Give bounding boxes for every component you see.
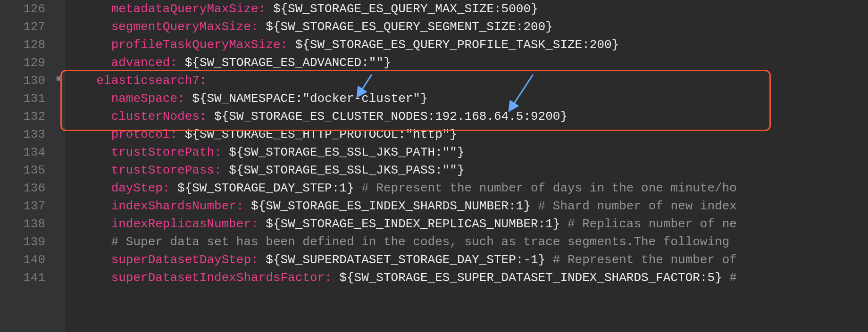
code-line[interactable]: nameSpace: ${SW_NAMESPACE:"docker-cluste… bbox=[67, 90, 868, 108]
yaml-value: ${SW_STORAGE_ES_INDEX_SHARDS_NUMBER:1} bbox=[251, 199, 531, 213]
yaml-key: trustStorePath bbox=[111, 145, 214, 159]
code-editor[interactable]: 126 127 128 129 130 131 132 133 134 135 … bbox=[0, 0, 868, 332]
yaml-key: advanced bbox=[111, 56, 170, 70]
yaml-value: ${SW_STORAGE_DAY_STEP:1} bbox=[177, 181, 354, 195]
yaml-value: ${SW_STORAGE_ES_SUPER_DATASET_INDEX_SHAR… bbox=[339, 271, 722, 285]
code-line[interactable]: indexReplicasNumber: ${SW_STORAGE_ES_IND… bbox=[67, 215, 868, 233]
code-line[interactable]: advanced: ${SW_STORAGE_ES_ADVANCED:""} bbox=[67, 54, 868, 72]
yaml-key: metadataQueryMaxSize bbox=[111, 2, 259, 16]
line-number: 137 bbox=[0, 197, 46, 215]
code-line[interactable]: superDatasetIndexShardsFactor: ${SW_STOR… bbox=[67, 269, 868, 287]
fold-toggle-icon[interactable]: ▣ bbox=[55, 75, 62, 82]
code-line[interactable]: indexShardsNumber: ${SW_STORAGE_ES_INDEX… bbox=[67, 197, 868, 215]
line-number: 139 bbox=[0, 233, 46, 251]
yaml-key: segmentQueryMaxSize bbox=[111, 20, 251, 34]
yaml-value: ${SW_STORAGE_ES_ADVANCED:""} bbox=[185, 56, 391, 70]
line-number: 131 bbox=[0, 90, 46, 108]
yaml-comment: # Represent the number of bbox=[545, 253, 737, 267]
code-line[interactable]: protocol: ${SW_STORAGE_ES_HTTP_PROTOCOL:… bbox=[67, 125, 868, 143]
code-line[interactable]: profileTaskQueryMaxSize: ${SW_STORAGE_ES… bbox=[67, 36, 868, 54]
yaml-value: ${SW_NAMESPACE:"docker-cluster"} bbox=[192, 91, 427, 106]
yaml-comment: # Super data set has been defined in the… bbox=[111, 235, 737, 249]
code-line[interactable]: elasticsearch7: bbox=[67, 72, 868, 90]
line-number: 132 bbox=[0, 108, 46, 125]
yaml-value: ${SW_STORAGE_ES_QUERY_PROFILE_TASK_SIZE:… bbox=[295, 38, 619, 52]
yaml-key: elasticsearch7 bbox=[96, 74, 199, 88]
yaml-value: ${SW_STORAGE_ES_QUERY_MAX_SIZE:5000} bbox=[273, 2, 538, 16]
yaml-comment: # Represent the number of days in the on… bbox=[354, 181, 737, 195]
yaml-key: superDatasetIndexShardsFactor bbox=[111, 271, 325, 285]
yaml-comment: # Replicas number of ne bbox=[560, 217, 736, 231]
code-line[interactable]: # Super data set has been defined in the… bbox=[67, 233, 868, 251]
yaml-comment: # Shard number of new index bbox=[531, 199, 737, 213]
code-line[interactable]: superDatasetDayStep: ${SW_SUPERDATASET_S… bbox=[67, 251, 868, 269]
yaml-key: nameSpace bbox=[111, 91, 177, 106]
code-line[interactable]: segmentQueryMaxSize: ${SW_STORAGE_ES_QUE… bbox=[67, 18, 868, 36]
code-line[interactable]: dayStep: ${SW_STORAGE_DAY_STEP:1} # Repr… bbox=[67, 179, 868, 197]
code-line[interactable]: trustStorePass: ${SW_STORAGE_ES_SSL_JKS_… bbox=[67, 161, 868, 179]
yaml-value: ${SW_STORAGE_ES_INDEX_REPLICAS_NUMBER:1} bbox=[266, 217, 560, 231]
yaml-value: ${SW_STORAGE_ES_QUERY_SEGMENT_SIZE:200} bbox=[266, 20, 553, 34]
yaml-key: protocol bbox=[111, 127, 170, 141]
code-line[interactable]: trustStorePath: ${SW_STORAGE_ES_SSL_JKS_… bbox=[67, 143, 868, 161]
line-number: 133 bbox=[0, 125, 46, 143]
yaml-value: ${SW_STORAGE_ES_SSL_JKS_PASS:""} bbox=[229, 163, 464, 177]
line-number: 128 bbox=[0, 36, 46, 54]
code-line[interactable]: clusterNodes: ${SW_STORAGE_ES_CLUSTER_NO… bbox=[67, 108, 868, 125]
yaml-key: trustStorePass bbox=[111, 163, 214, 177]
line-number: 136 bbox=[0, 179, 46, 197]
yaml-value: ${SW_STORAGE_ES_HTTP_PROTOCOL:"http"} bbox=[185, 127, 457, 141]
yaml-key: clusterNodes bbox=[111, 109, 200, 124]
yaml-value: ${SW_SUPERDATASET_STORAGE_DAY_STEP:-1} bbox=[266, 253, 545, 267]
yaml-key: superDatasetDayStep bbox=[111, 253, 251, 267]
line-number: 135 bbox=[0, 161, 46, 179]
fold-gutter: ▣ bbox=[53, 0, 65, 332]
code-area[interactable]: metadataQueryMaxSize: ${SW_STORAGE_ES_QU… bbox=[65, 0, 868, 332]
line-number: 130 bbox=[0, 72, 46, 90]
line-number: 140 bbox=[0, 251, 46, 269]
yaml-key: indexReplicasNumber bbox=[111, 217, 251, 231]
yaml-key: profileTaskQueryMaxSize bbox=[111, 38, 281, 52]
line-number: 134 bbox=[0, 143, 46, 161]
line-number: 127 bbox=[0, 18, 46, 36]
yaml-comment: # bbox=[722, 271, 737, 285]
yaml-value: ${SW_STORAGE_ES_CLUSTER_NODES:192.168.64… bbox=[214, 109, 568, 124]
yaml-key: indexShardsNumber bbox=[111, 199, 236, 213]
line-number: 129 bbox=[0, 54, 46, 72]
yaml-value: ${SW_STORAGE_ES_SSL_JKS_PATH:""} bbox=[229, 145, 464, 159]
code-line[interactable]: metadataQueryMaxSize: ${SW_STORAGE_ES_QU… bbox=[67, 0, 868, 18]
line-number: 141 bbox=[0, 269, 46, 287]
line-number: 126 bbox=[0, 0, 46, 18]
line-number: 138 bbox=[0, 215, 46, 233]
yaml-key: dayStep bbox=[111, 181, 163, 195]
line-number-gutter: 126 127 128 129 130 131 132 133 134 135 … bbox=[0, 0, 53, 332]
